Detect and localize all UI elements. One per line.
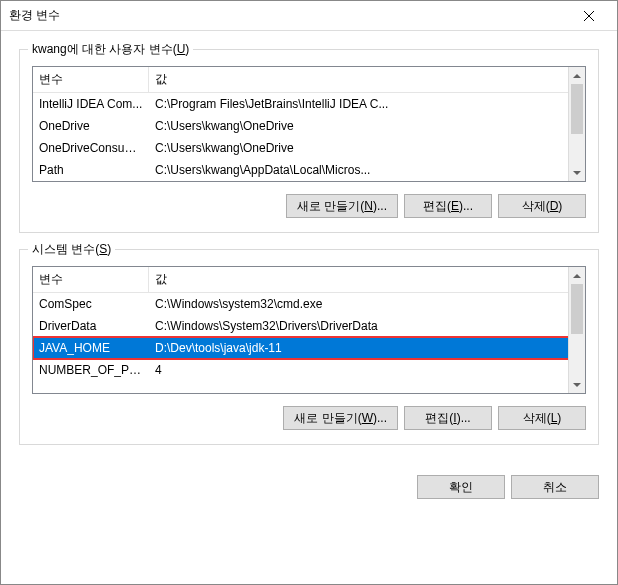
system-table-body: ComSpec C:\Windows\system32\cmd.exe Driv… [33,293,585,381]
cell-name: ComSpec [33,295,149,313]
system-new-button[interactable]: 새로 만들기(W)... [283,406,398,430]
scroll-up-button[interactable] [569,267,585,284]
system-delete-button[interactable]: 삭제(L) [498,406,586,430]
system-variables-group: 시스템 변수(S) 변수 값 ComSpec C:\Windows\system… [19,249,599,445]
cell-name: OneDriveConsumer [33,139,149,157]
chevron-down-icon [573,169,581,177]
cell-value: C:\Users\kwang\OneDrive [149,117,585,135]
system-variables-table[interactable]: 변수 값 ComSpec C:\Windows\system32\cmd.exe… [32,266,586,394]
table-row[interactable]: DriverData C:\Windows\System32\Drivers\D… [33,315,585,337]
system-edit-button[interactable]: 편집(I)... [404,406,492,430]
user-button-row: 새로 만들기(N)... 편집(E)... 삭제(D) [32,194,586,218]
user-group-label: kwang에 대한 사용자 변수(U) [28,41,193,58]
cell-value: C:\Windows\system32\cmd.exe [149,295,585,313]
user-edit-button[interactable]: 편집(E)... [404,194,492,218]
user-delete-button[interactable]: 삭제(D) [498,194,586,218]
cell-name: NUMBER_OF_PRO... [33,361,149,379]
cancel-button[interactable]: 취소 [511,475,599,499]
column-header-value[interactable]: 값 [149,67,585,92]
cell-value: C:\Users\kwang\AppData\Local\Micros... [149,161,585,179]
dialog-content: kwang에 대한 사용자 변수(U) 변수 값 IntelliJ IDEA C… [1,31,617,471]
system-group-label: 시스템 변수(S) [28,241,115,258]
cell-name: OneDrive [33,117,149,135]
ok-button[interactable]: 확인 [417,475,505,499]
chevron-up-icon [573,72,581,80]
cell-value: 4 [149,361,585,379]
cell-name: Path [33,161,149,179]
cell-value: C:\Windows\System32\Drivers\DriverData [149,317,585,335]
scroll-thumb[interactable] [571,84,583,134]
scroll-track[interactable] [569,284,585,376]
scrollbar[interactable] [568,267,585,393]
user-table-body: IntelliJ IDEA Com... C:\Program Files\Je… [33,93,585,181]
close-button[interactable] [569,2,609,30]
column-header-name[interactable]: 변수 [33,267,149,292]
column-header-name[interactable]: 변수 [33,67,149,92]
titlebar: 환경 변수 [1,1,617,31]
table-row-java-home[interactable]: JAVA_HOME D:\Dev\tools\java\jdk-11 [33,337,585,359]
user-new-button[interactable]: 새로 만들기(N)... [286,194,398,218]
table-header-row: 변수 값 [33,67,585,93]
scroll-down-button[interactable] [569,376,585,393]
chevron-down-icon [573,381,581,389]
scroll-up-button[interactable] [569,67,585,84]
system-button-row: 새로 만들기(W)... 편집(I)... 삭제(L) [32,406,586,430]
table-row[interactable]: IntelliJ IDEA Com... C:\Program Files\Je… [33,93,585,115]
scroll-track[interactable] [569,84,585,164]
cell-value: C:\Users\kwang\OneDrive [149,139,585,157]
table-row[interactable]: OneDrive C:\Users\kwang\OneDrive [33,115,585,137]
table-row[interactable]: Path C:\Users\kwang\AppData\Local\Micros… [33,159,585,181]
table-header-row: 변수 값 [33,267,585,293]
cell-name: DriverData [33,317,149,335]
cell-value: D:\Dev\tools\java\jdk-11 [149,339,585,357]
scrollbar[interactable] [568,67,585,181]
user-variables-table[interactable]: 변수 값 IntelliJ IDEA Com... C:\Program Fil… [32,66,586,182]
cell-name: IntelliJ IDEA Com... [33,95,149,113]
dialog-footer: 확인 취소 [1,471,617,517]
table-row[interactable]: ComSpec C:\Windows\system32\cmd.exe [33,293,585,315]
table-row[interactable]: OneDriveConsumer C:\Users\kwang\OneDrive [33,137,585,159]
table-row[interactable]: NUMBER_OF_PRO... 4 [33,359,585,381]
cell-name: JAVA_HOME [33,339,149,357]
scroll-thumb[interactable] [571,284,583,334]
window-title: 환경 변수 [9,7,569,24]
column-header-value[interactable]: 값 [149,267,585,292]
chevron-up-icon [573,272,581,280]
close-icon [584,11,594,21]
scroll-down-button[interactable] [569,164,585,181]
cell-value: C:\Program Files\JetBrains\IntelliJ IDEA… [149,95,585,113]
user-variables-group: kwang에 대한 사용자 변수(U) 변수 값 IntelliJ IDEA C… [19,49,599,233]
